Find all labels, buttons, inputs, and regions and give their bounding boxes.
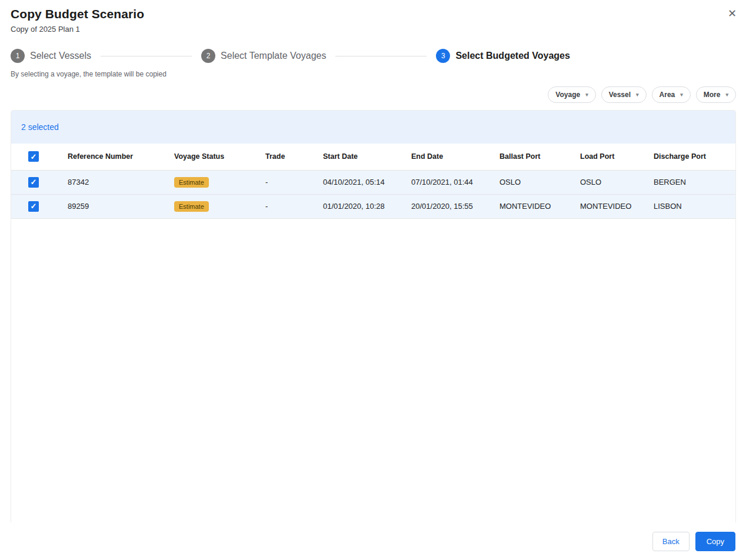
- cell-reference-number: 89259: [68, 194, 174, 218]
- cell-end-date: 20/01/2020, 15:55: [411, 194, 499, 218]
- filter-more[interactable]: More ▾: [696, 86, 736, 103]
- copy-button[interactable]: Copy: [695, 532, 735, 551]
- filter-voyage[interactable]: Voyage ▾: [548, 86, 595, 103]
- copy-budget-scenario-dialog: Copy Budget Scenario Copy of 2025 Plan 1…: [0, 0, 746, 525]
- cell-trade: -: [265, 194, 323, 218]
- step-3-circle: 3: [436, 49, 450, 63]
- column-header-start-date: Start Date: [323, 144, 411, 170]
- chevron-down-icon: ▾: [585, 92, 588, 98]
- select-all-checkbox[interactable]: ✓: [28, 151, 39, 162]
- chevron-down-icon: ▾: [636, 92, 639, 98]
- close-icon[interactable]: ✕: [725, 6, 739, 21]
- stepper-helper-text: By selecting a voyage, the template will…: [0, 70, 746, 78]
- cell-start-date: 04/10/2021, 05:14: [323, 170, 411, 194]
- page-title: Copy Budget Scenario: [11, 7, 735, 21]
- column-header-voyage-status: Voyage Status: [174, 144, 265, 170]
- step-select-template-voyages[interactable]: 2 Select Template Voyages: [201, 49, 326, 63]
- status-badge: Estimate: [174, 201, 209, 212]
- column-header-end-date: End Date: [411, 144, 499, 170]
- table-row[interactable]: ✓ 89259 Estimate - 01/01/2020, 10:28 20/…: [11, 194, 735, 218]
- status-badge: Estimate: [174, 177, 209, 188]
- step-select-budgeted-voyages[interactable]: 3 Select Budgeted Voyages: [436, 49, 570, 63]
- voyages-table: ✓ Reference Number Voyage Status Trade S…: [11, 144, 735, 219]
- filter-voyage-label: Voyage: [555, 91, 580, 99]
- filter-vessel-label: Vessel: [609, 91, 631, 99]
- dialog-subtitle: Copy of 2025 Plan 1: [11, 25, 735, 34]
- cell-ballast-port: OSLO: [499, 170, 580, 194]
- filter-area-label: Area: [660, 91, 675, 99]
- filter-vessel[interactable]: Vessel ▾: [601, 86, 647, 103]
- table-header-row: ✓ Reference Number Voyage Status Trade S…: [11, 144, 735, 170]
- filter-more-label: More: [704, 91, 721, 99]
- dialog-header: Copy Budget Scenario Copy of 2025 Plan 1…: [0, 0, 746, 34]
- chevron-down-icon: ▾: [725, 92, 728, 98]
- cell-load-port: MONTEVIDEO: [580, 194, 654, 218]
- step-1-circle: 1: [11, 49, 25, 63]
- cell-discharge-port: BERGEN: [654, 170, 735, 194]
- stepper-connector: [101, 56, 192, 56]
- selected-count: 2 selected: [21, 122, 59, 132]
- step-1-label: Select Vessels: [30, 51, 91, 61]
- cell-ballast-port: MONTEVIDEO: [499, 194, 580, 218]
- back-button[interactable]: Back: [652, 532, 690, 551]
- step-2-circle: 2: [201, 49, 215, 63]
- cell-reference-number: 87342: [68, 170, 174, 194]
- cell-trade: -: [265, 170, 323, 194]
- dialog-footer: Back Copy: [0, 522, 746, 560]
- row-checkbox[interactable]: ✓: [28, 177, 39, 188]
- table-row[interactable]: ✓ 87342 Estimate - 04/10/2021, 05:14 07/…: [11, 170, 735, 194]
- row-checkbox[interactable]: ✓: [28, 201, 39, 212]
- stepper: 1 Select Vessels 2 Select Template Voyag…: [0, 49, 746, 63]
- step-2-label: Select Template Voyages: [221, 51, 326, 61]
- filter-area[interactable]: Area ▾: [652, 86, 691, 103]
- step-3-label: Select Budgeted Voyages: [455, 51, 570, 61]
- column-header-load-port: Load Port: [580, 144, 654, 170]
- voyages-table-panel: 2 selected ✓ Reference Number Voyage Sta…: [11, 110, 736, 525]
- column-header-ballast-port: Ballast Port: [499, 144, 580, 170]
- cell-discharge-port: LISBON: [654, 194, 735, 218]
- stepper-connector: [335, 56, 427, 56]
- step-select-vessels[interactable]: 1 Select Vessels: [11, 49, 91, 63]
- column-header-discharge-port: Discharge Port: [654, 144, 735, 170]
- cell-end-date: 07/10/2021, 01:44: [411, 170, 499, 194]
- chevron-down-icon: ▾: [680, 92, 683, 98]
- cell-load-port: OSLO: [580, 170, 654, 194]
- column-header-reference-number: Reference Number: [68, 144, 174, 170]
- selection-summary-band: 2 selected: [11, 111, 735, 144]
- filter-bar: Voyage ▾ Vessel ▾ Area ▾ More ▾: [0, 86, 746, 103]
- cell-start-date: 01/01/2020, 10:28: [323, 194, 411, 218]
- column-header-trade: Trade: [265, 144, 323, 170]
